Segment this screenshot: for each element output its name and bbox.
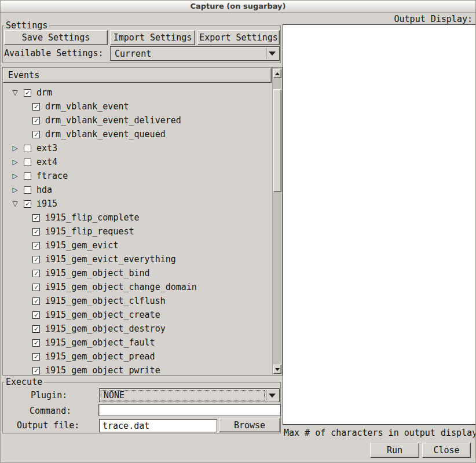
browse-button[interactable]: Browse [219, 418, 280, 432]
checkbox-checked-icon[interactable]: ✓ [32, 103, 40, 111]
checkbox-unchecked-icon[interactable] [24, 159, 31, 166]
events-scrollbar[interactable] [272, 68, 281, 374]
chevron-down-icon [266, 390, 278, 400]
plugin-combo[interactable]: NONE [99, 388, 280, 402]
checkbox-checked-icon[interactable]: ✓ [32, 270, 40, 277]
checkbox-checked-icon[interactable]: ✓ [32, 311, 40, 319]
output-file-input[interactable] [99, 419, 217, 432]
checkbox-checked-icon[interactable]: ✓ [32, 284, 40, 291]
chevron-down-icon [266, 48, 278, 59]
event-row-hda[interactable]: ▷hda [3, 183, 272, 197]
event-row-i915[interactable]: ▽✓i915 [3, 197, 272, 211]
event-row-i915_gem_evict[interactable]: ✓i915_gem_evict [3, 238, 272, 252]
event-label: i915_gem_object_clflush [45, 296, 166, 306]
capture-window: Capture (on sugarbay) Settings Save Sett… [0, 0, 476, 463]
event-label: i915_gem_object_destroy [45, 324, 166, 334]
scroll-down-button[interactable] [273, 365, 281, 374]
checkbox-checked-icon[interactable]: ✓ [32, 325, 40, 333]
event-row-i915_flip_request[interactable]: ✓i915_flip_request [3, 225, 272, 238]
execute-frame-label: Execute [4, 377, 44, 387]
output-display-area[interactable] [283, 24, 476, 425]
checkbox-checked-icon[interactable]: ✓ [32, 256, 40, 263]
event-label: drm [36, 87, 52, 98]
event-label: i915_flip_complete [45, 212, 140, 223]
event-row-i915_gem_object_pread[interactable]: ✓i915_gem_object_pread [3, 350, 272, 363]
checkbox-checked-icon[interactable]: ✓ [32, 131, 40, 138]
events-column-header[interactable]: Events [3, 68, 272, 83]
output-display-label: Output Display: [394, 14, 473, 24]
event-row-ext3[interactable]: ▷ext3 [3, 141, 272, 155]
event-row-i915_gem_object_clflush[interactable]: ✓i915_gem_object_clflush [3, 294, 272, 308]
event-label: i915_gem_object_pread [45, 351, 155, 362]
checkbox-checked-icon[interactable]: ✓ [24, 89, 31, 97]
event-row-ftrace[interactable]: ▷ftrace [3, 169, 272, 183]
event-label: drm_vblank_event [45, 101, 129, 112]
max-chars-note: Max # of characters in output display [284, 428, 476, 438]
expander-closed-icon[interactable]: ▷ [11, 158, 19, 166]
checkbox-unchecked-icon[interactable] [24, 172, 31, 180]
expander-open-icon[interactable]: ▽ [11, 89, 19, 97]
event-label: drm_vblank_event_queued [45, 129, 166, 139]
event-label: i915_gem_evict [45, 240, 118, 251]
export-settings-button[interactable]: Export Settings [197, 30, 280, 45]
event-row-i915_gem_object_bind[interactable]: ✓i915_gem_object_bind [3, 266, 272, 280]
scroll-up-button[interactable] [273, 69, 281, 78]
event-row-i915_flip_complete[interactable]: ✓i915_flip_complete [3, 211, 272, 225]
checkbox-unchecked-icon[interactable] [24, 145, 31, 152]
checkbox-checked-icon[interactable]: ✓ [24, 200, 31, 208]
event-label: i915_gem_object_pwrite [45, 365, 160, 375]
event-row-i915_gem_object_change_domain[interactable]: ✓i915_gem_object_change_domain [3, 280, 272, 294]
checkbox-checked-icon[interactable]: ✓ [32, 297, 40, 305]
event-label: i915_gem_object_fault [45, 337, 155, 348]
checkbox-checked-icon[interactable]: ✓ [32, 353, 40, 361]
event-label: ftrace [36, 171, 68, 181]
checkbox-checked-icon[interactable]: ✓ [32, 117, 40, 124]
close-button[interactable]: Close [422, 443, 471, 458]
expander-open-icon[interactable]: ▽ [11, 200, 19, 208]
event-label: i915_flip_request [45, 226, 134, 237]
event-row-i915_gem_object_fault[interactable]: ✓i915_gem_object_fault [3, 336, 272, 350]
available-settings-combo[interactable]: Current [110, 46, 280, 61]
checkbox-checked-icon[interactable]: ✓ [32, 228, 40, 236]
event-row-i915_gem_object_pwrite[interactable]: ✓i915_gem_object_pwrite [3, 363, 272, 375]
expander-closed-icon[interactable]: ▷ [11, 172, 19, 180]
event-row-i915_gem_evict_everything[interactable]: ✓i915_gem_evict_everything [3, 252, 272, 266]
command-label: Command: [30, 406, 71, 416]
event-label: hda [36, 185, 52, 195]
event-label: i915_gem_object_change_domain [45, 282, 197, 292]
event-row-drm_vblank_event[interactable]: ✓drm_vblank_event [3, 100, 272, 113]
plugin-value: NONE [104, 391, 125, 400]
save-settings-button[interactable]: Save Settings [4, 30, 108, 45]
event-row-drm[interactable]: ▽✓drm [3, 86, 272, 100]
scrollbar-thumb[interactable] [273, 89, 281, 192]
event-label: ext4 [36, 157, 57, 167]
event-label: i915 [36, 199, 57, 209]
event-label: drm_vblank_event_delivered [45, 115, 181, 126]
checkbox-unchecked-icon[interactable] [24, 186, 31, 194]
window-titlebar[interactable]: Capture (on sugarbay) [1, 1, 475, 13]
expander-closed-icon[interactable]: ▷ [11, 144, 19, 152]
available-settings-value: Current [115, 49, 151, 58]
checkbox-checked-icon[interactable]: ✓ [32, 339, 40, 347]
checkbox-checked-icon[interactable]: ✓ [32, 242, 40, 249]
event-row-drm_vblank_event_delivered[interactable]: ✓drm_vblank_event_delivered [3, 113, 272, 127]
focus-outline [101, 390, 265, 400]
command-input[interactable] [98, 404, 281, 416]
checkbox-checked-icon[interactable]: ✓ [32, 367, 40, 374]
events-tree: Events ▽✓drm✓drm_vblank_event✓drm_vblank… [2, 67, 283, 376]
available-settings-label: Available Settings: [4, 49, 104, 58]
output-file-label: Output file: [17, 421, 79, 430]
scroll-up-icon [275, 72, 280, 75]
event-row-i915_gem_object_destroy[interactable]: ✓i915_gem_object_destroy [3, 322, 272, 336]
checkbox-checked-icon[interactable]: ✓ [32, 214, 40, 222]
event-label: i915_gem_evict_everything [45, 254, 176, 264]
import-settings-button[interactable]: Import Settings [110, 30, 195, 45]
event-row-ext4[interactable]: ▷ext4 [3, 155, 272, 169]
event-row-drm_vblank_event_queued[interactable]: ✓drm_vblank_event_queued [3, 127, 272, 141]
scroll-down-icon [275, 368, 280, 371]
expander-closed-icon[interactable]: ▷ [11, 186, 19, 194]
event-label: i915_gem_object_create [45, 310, 160, 320]
run-button[interactable]: Run [370, 443, 419, 458]
event-row-i915_gem_object_create[interactable]: ✓i915_gem_object_create [3, 308, 272, 322]
event-label: i915_gem_object_bind [45, 268, 150, 278]
